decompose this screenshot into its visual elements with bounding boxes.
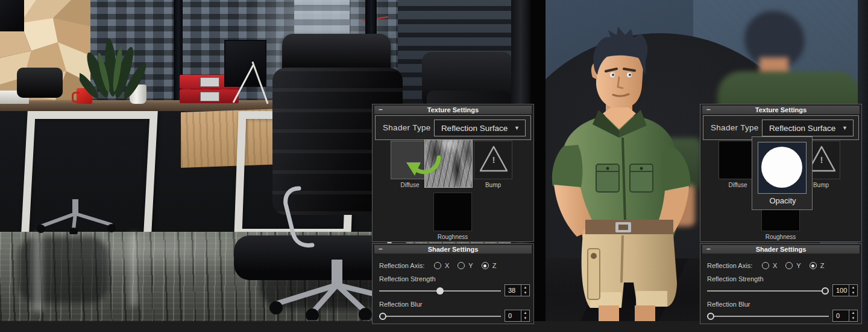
shader-type-value: Reflection Surface	[435, 124, 514, 133]
shader-type-dropdown[interactable]: Reflection Surface ▼	[762, 120, 854, 136]
floor-reflection	[18, 237, 108, 303]
diffuse-slot-label: Diffuse	[391, 182, 429, 188]
shader-type-label: Shader Type :	[711, 123, 764, 132]
desk-plant	[80, 37, 146, 105]
drag-direction-arrow-icon	[401, 152, 444, 182]
slider-thumb[interactable]	[707, 313, 714, 320]
radio-icon[interactable]	[434, 262, 441, 269]
roughness-texture-slot[interactable]	[433, 193, 472, 231]
panel-title: Shader Settings	[428, 246, 479, 253]
bump-slot-label: Bump	[474, 182, 512, 188]
reflection-strength-slider[interactable]	[707, 287, 829, 295]
floor-reflection	[130, 233, 138, 305]
slider-thumb[interactable]	[822, 287, 829, 295]
panel-title: Texture Settings	[755, 106, 807, 113]
slider-thumb[interactable]	[436, 287, 444, 295]
roughness-slot-label: Roughness	[761, 234, 800, 240]
panel-titlebar[interactable]: – Shader Settings	[374, 245, 532, 254]
axis-y-radio[interactable]: Y	[458, 262, 473, 269]
chevron-down-icon: ▼	[842, 125, 848, 131]
axis-x-radio[interactable]: X	[762, 262, 777, 269]
radio-selected-icon[interactable]	[810, 262, 817, 269]
application-viewport: – Texture Settings Shader Type : Reflect…	[0, 0, 868, 332]
wall-monitor	[0, 0, 24, 31]
spinner-up-icon[interactable]: ▲	[849, 285, 857, 290]
slider-track[interactable]	[707, 316, 829, 317]
shader-type-group: Shader Type : Reflection Surface ▼	[375, 115, 531, 140]
slider-track[interactable]	[707, 290, 829, 292]
reflection-strength-label: Reflection Strength	[379, 275, 436, 283]
black-speaker	[17, 68, 63, 98]
reflection-strength-valuebox[interactable]: 38 ▲ ▼	[505, 284, 530, 296]
reflection-axis-label: Reflection Axis:	[379, 262, 426, 269]
axis-y-label: Y	[796, 262, 800, 269]
strength-value[interactable]: 100	[833, 285, 849, 296]
axis-x-radio[interactable]: X	[434, 262, 449, 269]
shader-settings-panel-right: – Shader Settings Reflection Axis: X Y Z…	[700, 243, 862, 324]
axis-y-label: Y	[468, 262, 473, 269]
shader-type-value: Reflection Surface	[763, 124, 842, 133]
axis-z-radio[interactable]: Z	[810, 262, 825, 269]
bump-texture-slot[interactable]: !	[474, 141, 512, 179]
spinner-up-icon[interactable]: ▲	[521, 310, 529, 316]
axis-z-label: Z	[820, 262, 825, 269]
value-spinner: ▲ ▼	[849, 285, 857, 296]
reflection-strength-label: Reflection Strength	[707, 275, 764, 283]
collapse-button[interactable]: –	[706, 106, 711, 114]
office-chair-left-base	[31, 199, 122, 234]
chevron-down-icon: ▼	[514, 125, 520, 131]
reflection-blur-slider[interactable]	[379, 312, 501, 321]
collapse-button[interactable]: –	[379, 106, 383, 114]
spinner-up-icon[interactable]: ▲	[521, 285, 529, 290]
panel-title: Texture Settings	[427, 106, 479, 113]
strength-value[interactable]: 38	[505, 285, 521, 296]
radio-icon[interactable]	[458, 262, 465, 269]
spinner-down-icon[interactable]: ▼	[849, 290, 857, 296]
value-spinner: ▲ ▼	[521, 285, 529, 296]
spinner-down-icon[interactable]: ▼	[521, 316, 529, 321]
slider-track[interactable]	[379, 316, 501, 317]
blur-value[interactable]: 0	[833, 310, 849, 321]
reflection-axis-row: Reflection Axis: X Y Z	[707, 261, 824, 270]
radio-selected-icon[interactable]	[482, 262, 489, 269]
opacity-texture-popup[interactable]: Opacity	[752, 136, 813, 210]
slider-thumb[interactable]	[379, 313, 386, 320]
reflection-strength-valuebox[interactable]: 100 ▲ ▼	[832, 284, 858, 296]
spinner-down-icon[interactable]: ▼	[521, 290, 529, 296]
panel-titlebar[interactable]: – Texture Settings	[702, 106, 860, 114]
shader-type-label: Shader Type :	[383, 123, 436, 132]
radio-icon[interactable]	[785, 262, 793, 269]
axis-y-radio[interactable]: Y	[785, 262, 800, 269]
axis-z-label: Z	[492, 262, 497, 269]
texture-settings-panel-right: – Texture Settings Shader Type : Reflect…	[700, 104, 862, 242]
reflection-blur-label: Reflection Blur	[707, 301, 750, 308]
spinner-up-icon[interactable]: ▲	[849, 310, 857, 316]
floor-reflection	[33, 233, 43, 311]
reflection-blur-valuebox[interactable]: 0 ▲ ▼	[505, 310, 530, 322]
value-spinner: ▲ ▼	[521, 310, 529, 321]
reflection-strength-slider[interactable]	[379, 287, 501, 295]
panel-title: Shader Settings	[756, 246, 807, 253]
reflection-blur-label: Reflection Blur	[379, 301, 423, 308]
blur-value[interactable]: 0	[505, 310, 521, 321]
panel-titlebar[interactable]: – Texture Settings	[374, 106, 532, 114]
opacity-thumbnail[interactable]	[758, 142, 807, 194]
panel-titlebar[interactable]: – Shader Settings	[702, 245, 860, 254]
collapse-button[interactable]: –	[706, 245, 711, 254]
texture-settings-panel-left: – Texture Settings Shader Type : Reflect…	[372, 104, 534, 242]
opacity-white-circle	[761, 147, 802, 188]
spinner-down-icon[interactable]: ▼	[849, 316, 857, 321]
value-spinner: ▲ ▼	[849, 310, 857, 321]
shader-type-dropdown[interactable]: Reflection Surface ▼	[434, 120, 526, 136]
opacity-label: Opacity	[752, 196, 813, 205]
roughness-slot-label: Roughness	[433, 234, 472, 240]
shader-settings-panel-left: – Shader Settings Reflection Axis: X Y Z…	[372, 243, 534, 324]
axis-z-radio[interactable]: Z	[482, 262, 497, 269]
reflection-blur-valuebox[interactable]: 0 ▲ ▼	[832, 310, 858, 322]
collapse-button[interactable]: –	[379, 245, 383, 254]
reflection-blur-slider[interactable]	[707, 312, 829, 321]
warning-exclamation: !	[474, 155, 513, 165]
radio-icon[interactable]	[762, 262, 769, 269]
axis-x-label: X	[773, 262, 777, 269]
reflection-axis-row: Reflection Axis: X Y Z	[379, 261, 496, 270]
